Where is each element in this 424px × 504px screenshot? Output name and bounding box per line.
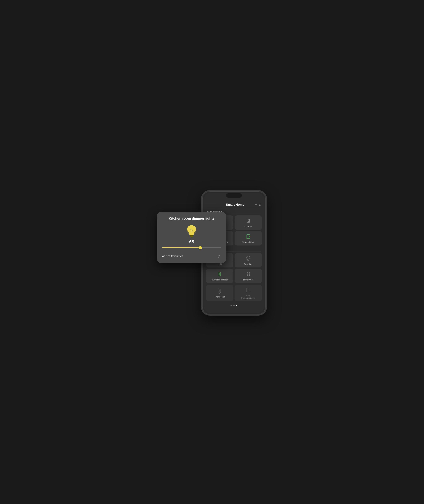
brightness-slider[interactable]	[162, 246, 221, 249]
svg-rect-20	[219, 272, 221, 276]
dot-3[interactable]	[236, 305, 237, 306]
modal-footer: Add to favourites ☆	[162, 253, 221, 259]
add-to-favourites-label: Add to favourites	[162, 255, 183, 258]
spotlight-label: Spot light	[244, 263, 252, 265]
modal-title: Kitchen room dimmer lights	[162, 217, 221, 221]
svg-rect-19	[248, 261, 249, 261]
thermostat-icon	[217, 289, 222, 295]
svg-point-8	[248, 221, 249, 222]
svg-point-26	[247, 274, 248, 276]
svg-rect-13	[247, 235, 250, 239]
doorbell-icon	[246, 218, 251, 224]
armored-door-icon	[246, 234, 251, 240]
page-dots	[204, 303, 264, 309]
modal-bulb-icon	[162, 224, 221, 238]
doorbell-label: Doorbell	[244, 225, 252, 228]
slider-track	[162, 247, 221, 248]
dot-2[interactable]	[233, 305, 235, 306]
home-icon[interactable]: ⌂	[259, 203, 261, 206]
phone-notch	[226, 193, 242, 198]
svg-rect-23	[219, 275, 220, 275]
french-window-percent: 54%	[246, 295, 250, 297]
header-icons: ≡ ⌂	[255, 203, 261, 206]
header-divider	[207, 208, 261, 208]
int-motion-icon	[217, 272, 222, 278]
dot-1[interactable]	[231, 305, 232, 306]
tile-spotlight[interactable]: Spot light	[235, 253, 262, 267]
svg-point-25	[249, 273, 250, 274]
int-motion-label: Int. motion detector	[211, 279, 228, 281]
french-window-label: French window	[241, 297, 255, 299]
modal-value: 65	[162, 239, 221, 244]
app-title: Smart Home	[226, 203, 244, 206]
tile-lights-off[interactable]: Lights OFF	[235, 269, 262, 283]
tile-thermostat[interactable]: Thermostat	[206, 285, 233, 301]
tile-armored-door[interactable]: Armored door	[235, 231, 262, 245]
favourite-star-icon[interactable]: ☆	[218, 254, 221, 259]
tile-french-window[interactable]: 54% French window	[235, 285, 262, 301]
scene-wrapper: Kitchen room dimmer lights 65	[157, 185, 267, 319]
thermostat-label: Thermostat	[214, 296, 225, 298]
svg-point-14	[249, 236, 250, 237]
svg-point-24	[247, 273, 248, 274]
svg-point-21	[219, 273, 220, 274]
bulb-svg	[185, 224, 198, 238]
menu-icon[interactable]: ≡	[255, 203, 257, 206]
lights-off-label: Lights OFF	[243, 279, 253, 281]
lights-off-icon	[246, 272, 251, 278]
bottom-grid: Thermostat 54%	[204, 285, 264, 303]
app-header: Smart Home ≡ ⌂	[204, 201, 264, 208]
svg-rect-7	[248, 220, 249, 221]
tile-doorbell[interactable]: Doorbell	[235, 215, 262, 230]
armored-door-label: Armored door	[242, 241, 254, 243]
svg-rect-3	[190, 237, 193, 237]
svg-rect-2	[190, 236, 193, 236]
slider-thumb[interactable]	[199, 246, 202, 249]
slider-fill	[162, 247, 200, 248]
dimmer-modal: Kitchen room dimmer lights 65	[157, 212, 226, 263]
tile-int-motion[interactable]: Int. motion detector	[206, 269, 233, 283]
spotlight-icon	[246, 256, 251, 262]
svg-rect-1	[190, 235, 193, 235]
svg-rect-22	[219, 274, 220, 274]
light-label: Light	[218, 263, 222, 265]
french-window-icon	[246, 287, 251, 294]
svg-point-27	[249, 274, 250, 276]
